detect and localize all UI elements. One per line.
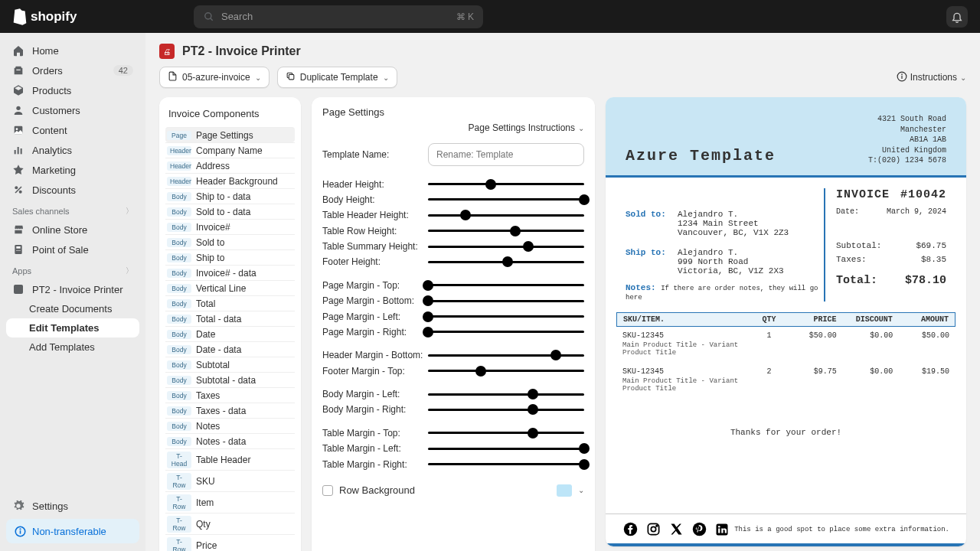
nav-discounts[interactable]: Discounts [6, 180, 139, 200]
slider[interactable] [428, 428, 584, 439]
component-total-data[interactable]: BodyTotal - data [165, 311, 295, 326]
nav-customers[interactable]: Customers [6, 100, 139, 120]
chevron-down-icon: ⌄ [578, 124, 584, 132]
slider-body-height-: Body Height: [322, 192, 584, 207]
copy-icon [286, 71, 296, 83]
apps-header[interactable]: Apps〉 [6, 259, 139, 279]
svg-rect-20 [289, 74, 294, 80]
slider-table-header-height-: Table Header Height: [322, 207, 584, 223]
sales-channels-header[interactable]: Sales channels〉 [6, 200, 139, 220]
products-icon [12, 84, 24, 96]
component-page-settings[interactable]: PagePage Settings [165, 127, 295, 142]
nav-add-templates[interactable]: Add Templates [6, 337, 139, 357]
nav-marketing[interactable]: Marketing [6, 160, 139, 180]
nav-pt2-invoice-printer[interactable]: PT2 - Invoice Printer [6, 279, 139, 299]
chevron-down-icon: ⌄ [383, 73, 389, 82]
analytics-icon [12, 144, 24, 156]
info-icon [897, 71, 907, 84]
nav-create-documents[interactable]: Create Documents [6, 299, 139, 318]
svg-point-9 [19, 191, 22, 194]
component-ship-to[interactable]: BodyShip to [165, 249, 295, 265]
slider[interactable] [428, 404, 584, 415]
nav-orders[interactable]: Orders42 [6, 60, 139, 80]
slider[interactable] [428, 311, 584, 322]
slider-footer-height-: Footer Height: [322, 254, 584, 269]
svg-point-15 [19, 250, 20, 251]
component-total[interactable]: BodyTotal [165, 295, 295, 311]
component-subtotal[interactable]: BodySubtotal [165, 357, 295, 372]
slider[interactable] [428, 241, 584, 252]
table-row: SKU-123451$50.00$0.00$50.00 [616, 327, 956, 340]
nav-home[interactable]: Home [6, 41, 139, 60]
slider[interactable] [428, 226, 584, 236]
slider[interactable] [428, 350, 584, 360]
search-input[interactable]: Search ⌘ K [194, 5, 483, 28]
component-date-data[interactable]: BodyDate - data [165, 341, 295, 357]
component-sold-to[interactable]: BodySold to [165, 234, 295, 249]
component-price[interactable]: T-RowPrice [165, 534, 295, 551]
slider[interactable] [428, 179, 584, 190]
component-notes-data[interactable]: BodyNotes - data [165, 433, 295, 448]
checkbox[interactable] [322, 485, 333, 496]
row-background-setting[interactable]: Row Background ⌄ [322, 480, 584, 501]
svg-point-19 [20, 529, 21, 530]
component-subtotal-data[interactable]: BodySubtotal - data [165, 372, 295, 387]
component-taxes-data[interactable]: BodyTaxes - data [165, 403, 295, 418]
component-table-header[interactable]: T-HeadTable Header [165, 448, 295, 470]
component-sku[interactable]: T-RowSKU [165, 470, 295, 491]
component-date[interactable]: BodyDate [165, 326, 295, 341]
slider[interactable] [428, 295, 584, 306]
duplicate-button[interactable]: Duplicate Template ⌄ [277, 67, 397, 88]
svg-point-8 [15, 186, 18, 189]
facebook-icon [622, 522, 638, 537]
slider[interactable] [428, 366, 584, 377]
nav-edit-templates[interactable]: Edit Templates [6, 318, 139, 337]
slider-header-margin-bottom-: Header Margin - Bottom: [322, 347, 584, 363]
color-swatch[interactable] [557, 484, 572, 497]
component-vertical-line[interactable]: BodyVertical Line [165, 280, 295, 295]
slider[interactable] [428, 443, 584, 454]
component-notes[interactable]: BodyNotes [165, 418, 295, 433]
slider[interactable] [428, 459, 584, 470]
component-ship-to-data[interactable]: BodyShip to - data [165, 188, 295, 204]
slider[interactable] [428, 194, 584, 205]
nav-products[interactable]: Products [6, 80, 139, 100]
nav-analytics[interactable]: Analytics [6, 140, 139, 160]
slider[interactable] [428, 327, 584, 337]
component-invoice-data[interactable]: BodyInvoice# - data [165, 265, 295, 280]
table-row: SKU-123452$9.75$0.00$19.50 [616, 363, 956, 376]
settings-link[interactable]: Settings [6, 496, 139, 516]
discounts-icon [12, 184, 24, 196]
svg-rect-31 [718, 528, 720, 533]
template-select[interactable]: 05-azure-invoice ⌄ [159, 67, 270, 88]
kbd-shortcut: ⌘ K [456, 11, 474, 22]
slider-body-margin-left-: Body Margin - Left: [322, 386, 584, 402]
page-settings-instructions[interactable]: Page Settings Instructions ⌄ [469, 122, 584, 133]
component-sold-to-data[interactable]: BodySold to - data [165, 204, 295, 219]
nav-point-of-sale[interactable]: Point of Sale [6, 240, 139, 259]
content-area: 🖨 PT2 - Invoice Printer 05-azure-invoice… [145, 33, 980, 551]
orders-icon [12, 64, 24, 77]
component-taxes[interactable]: BodyTaxes [165, 387, 295, 403]
nav-content[interactable]: Content [6, 120, 139, 140]
instructions-link[interactable]: Instructions ⌄ [897, 71, 966, 84]
component-address[interactable]: HeaderAddress [165, 158, 295, 173]
component-item[interactable]: T-RowItem [165, 491, 295, 513]
svg-point-27 [656, 525, 658, 527]
component-qty[interactable]: T-RowQty [165, 513, 295, 534]
thanks-text: Thanks for your order! [606, 406, 966, 514]
notifications-button[interactable] [946, 6, 968, 28]
non-transferable-badge[interactable]: Non-transferable [6, 519, 139, 543]
nav-online-store[interactable]: Online Store [6, 220, 139, 240]
slider[interactable] [428, 389, 584, 399]
slider[interactable] [428, 256, 584, 267]
svg-point-30 [718, 525, 720, 527]
svg-point-2 [16, 106, 20, 110]
slider[interactable] [428, 210, 584, 220]
component-company-name[interactable]: HeaderCompany Name [165, 142, 295, 158]
template-name-input[interactable] [428, 143, 584, 166]
component-invoice-[interactable]: BodyInvoice# [165, 219, 295, 234]
slider-footer-margin-top-: Footer Margin - Top: [322, 364, 584, 379]
component-header-background[interactable]: HeaderHeader Background [165, 173, 295, 188]
slider[interactable] [428, 280, 584, 291]
